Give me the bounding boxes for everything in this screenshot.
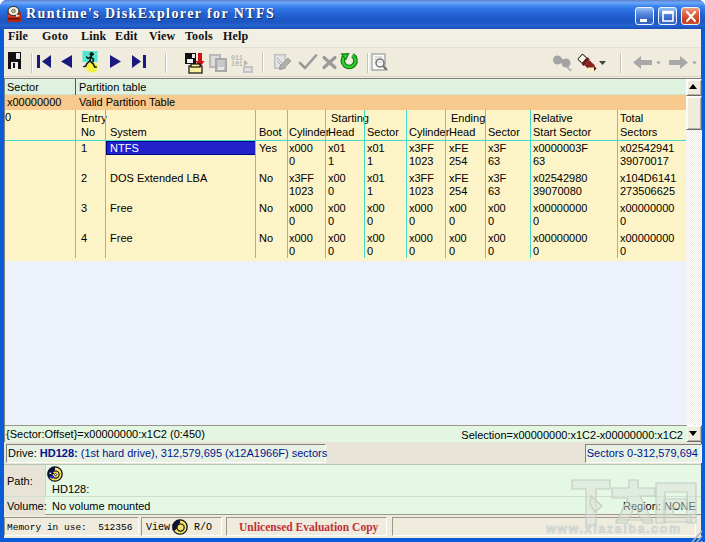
svg-text:101: 101: [231, 61, 243, 68]
svg-text:www.xiazaiba.com: www.xiazaiba.com: [545, 522, 682, 536]
